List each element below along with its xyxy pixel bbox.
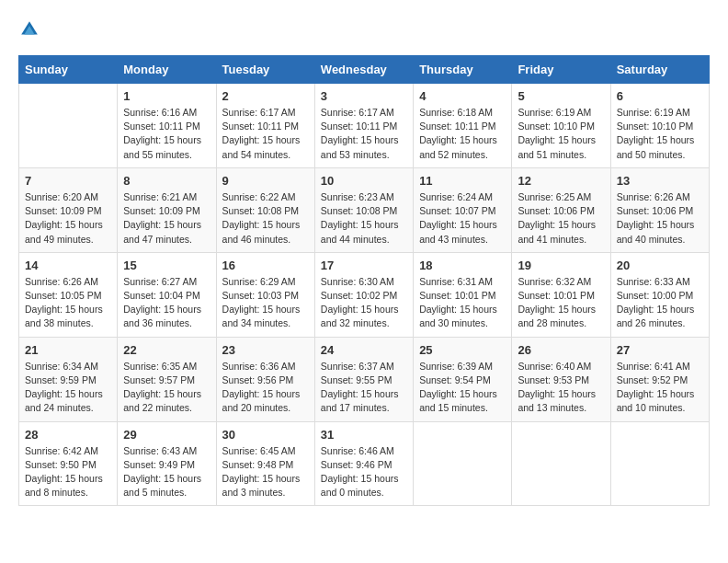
day-info: Sunrise: 6:21 AM Sunset: 10:09 PM Daylig…	[123, 190, 210, 247]
day-number: 18	[419, 259, 506, 272]
day-info: Sunrise: 6:18 AM Sunset: 10:11 PM Daylig…	[419, 106, 506, 162]
calendar-week-row: 14Sunrise: 6:26 AM Sunset: 10:05 PM Dayl…	[19, 252, 710, 337]
calendar-cell: 23Sunrise: 6:36 AM Sunset: 9:56 PM Dayli…	[216, 337, 314, 421]
day-info: Sunrise: 6:33 AM Sunset: 10:00 PM Daylig…	[617, 275, 703, 331]
calendar-cell: 21Sunrise: 6:34 AM Sunset: 9:59 PM Dayli…	[19, 337, 118, 421]
day-info: Sunrise: 6:34 AM Sunset: 9:59 PM Dayligh…	[25, 360, 111, 416]
day-number: 17	[321, 259, 407, 272]
day-number: 26	[518, 343, 604, 357]
calendar-cell: 26Sunrise: 6:40 AM Sunset: 9:53 PM Dayli…	[512, 337, 610, 421]
calendar-cell: 2Sunrise: 6:17 AM Sunset: 10:11 PM Dayli…	[216, 84, 314, 168]
calendar-cell: 22Sunrise: 6:35 AM Sunset: 9:57 PM Dayli…	[118, 337, 216, 421]
weekday-header-tuesday: Tuesday	[216, 56, 314, 84]
day-number: 14	[25, 259, 111, 272]
calendar-cell: 9Sunrise: 6:22 AM Sunset: 10:08 PM Dayli…	[216, 167, 314, 252]
calendar-cell: 14Sunrise: 6:26 AM Sunset: 10:05 PM Dayl…	[19, 252, 118, 337]
day-number: 19	[518, 259, 604, 272]
calendar-cell: 31Sunrise: 6:46 AM Sunset: 9:46 PM Dayli…	[314, 421, 413, 506]
logo-icon	[18, 18, 40, 40]
day-info: Sunrise: 6:36 AM Sunset: 9:56 PM Dayligh…	[222, 360, 309, 416]
day-number: 6	[617, 89, 703, 103]
day-info: Sunrise: 6:35 AM Sunset: 9:57 PM Dayligh…	[123, 360, 210, 416]
day-info: Sunrise: 6:17 AM Sunset: 10:11 PM Daylig…	[222, 106, 309, 162]
day-info: Sunrise: 6:27 AM Sunset: 10:04 PM Daylig…	[123, 275, 210, 331]
day-number: 23	[222, 343, 309, 357]
calendar-cell: 7Sunrise: 6:20 AM Sunset: 10:09 PM Dayli…	[19, 167, 118, 252]
day-info: Sunrise: 6:19 AM Sunset: 10:10 PM Daylig…	[518, 106, 604, 162]
day-number: 5	[518, 89, 604, 103]
calendar-week-row: 28Sunrise: 6:42 AM Sunset: 9:50 PM Dayli…	[19, 421, 710, 506]
weekday-header-saturday: Saturday	[610, 56, 709, 84]
calendar-week-row: 7Sunrise: 6:20 AM Sunset: 10:09 PM Dayli…	[19, 167, 710, 252]
day-info: Sunrise: 6:30 AM Sunset: 10:02 PM Daylig…	[321, 275, 407, 331]
day-number: 8	[123, 174, 210, 188]
calendar-cell: 3Sunrise: 6:17 AM Sunset: 10:11 PM Dayli…	[314, 84, 413, 168]
day-info: Sunrise: 6:22 AM Sunset: 10:08 PM Daylig…	[222, 190, 309, 247]
calendar-cell	[19, 84, 118, 168]
calendar-cell: 1Sunrise: 6:16 AM Sunset: 10:11 PM Dayli…	[118, 84, 216, 168]
calendar-cell: 12Sunrise: 6:25 AM Sunset: 10:06 PM Dayl…	[512, 167, 610, 252]
calendar-cell: 17Sunrise: 6:30 AM Sunset: 10:02 PM Dayl…	[314, 252, 413, 337]
calendar-table: SundayMondayTuesdayWednesdayThursdayFrid…	[18, 55, 710, 506]
day-number: 27	[617, 343, 703, 357]
day-number: 2	[222, 89, 309, 103]
calendar-cell: 27Sunrise: 6:41 AM Sunset: 9:52 PM Dayli…	[610, 337, 709, 421]
calendar-cell	[512, 421, 610, 506]
day-number: 15	[123, 259, 210, 272]
day-info: Sunrise: 6:26 AM Sunset: 10:06 PM Daylig…	[617, 190, 703, 247]
weekday-header-friday: Friday	[512, 56, 610, 84]
day-info: Sunrise: 6:46 AM Sunset: 9:46 PM Dayligh…	[321, 444, 407, 500]
day-number: 12	[518, 174, 604, 188]
weekday-header-thursday: Thursday	[414, 56, 512, 84]
weekday-header-wednesday: Wednesday	[314, 56, 413, 84]
weekday-header-monday: Monday	[118, 56, 216, 84]
day-info: Sunrise: 6:43 AM Sunset: 9:49 PM Dayligh…	[123, 444, 210, 500]
weekday-header-row: SundayMondayTuesdayWednesdayThursdayFrid…	[19, 56, 710, 84]
calendar-week-row: 1Sunrise: 6:16 AM Sunset: 10:11 PM Dayli…	[19, 84, 710, 168]
day-number: 24	[321, 343, 407, 357]
calendar-cell: 6Sunrise: 6:19 AM Sunset: 10:10 PM Dayli…	[610, 84, 709, 168]
day-info: Sunrise: 6:42 AM Sunset: 9:50 PM Dayligh…	[25, 444, 111, 500]
calendar-cell: 25Sunrise: 6:39 AM Sunset: 9:54 PM Dayli…	[414, 337, 512, 421]
day-number: 29	[123, 428, 210, 442]
day-number: 11	[419, 174, 506, 188]
calendar-week-row: 21Sunrise: 6:34 AM Sunset: 9:59 PM Dayli…	[19, 337, 710, 421]
calendar-cell: 13Sunrise: 6:26 AM Sunset: 10:06 PM Dayl…	[610, 167, 709, 252]
logo	[18, 18, 44, 40]
calendar-cell: 30Sunrise: 6:45 AM Sunset: 9:48 PM Dayli…	[216, 421, 314, 506]
day-number: 9	[222, 174, 309, 188]
day-info: Sunrise: 6:24 AM Sunset: 10:07 PM Daylig…	[419, 190, 506, 247]
day-number: 31	[321, 428, 407, 442]
calendar-cell: 4Sunrise: 6:18 AM Sunset: 10:11 PM Dayli…	[414, 84, 512, 168]
day-number: 25	[419, 343, 506, 357]
calendar-cell: 16Sunrise: 6:29 AM Sunset: 10:03 PM Dayl…	[216, 252, 314, 337]
day-info: Sunrise: 6:45 AM Sunset: 9:48 PM Dayligh…	[222, 444, 309, 500]
day-number: 1	[123, 89, 210, 103]
calendar-cell: 15Sunrise: 6:27 AM Sunset: 10:04 PM Dayl…	[118, 252, 216, 337]
day-number: 10	[321, 174, 407, 188]
day-info: Sunrise: 6:31 AM Sunset: 10:01 PM Daylig…	[419, 275, 506, 331]
day-number: 20	[617, 259, 703, 272]
calendar-cell: 29Sunrise: 6:43 AM Sunset: 9:49 PM Dayli…	[118, 421, 216, 506]
calendar-cell: 28Sunrise: 6:42 AM Sunset: 9:50 PM Dayli…	[19, 421, 118, 506]
calendar-cell	[414, 421, 512, 506]
day-info: Sunrise: 6:16 AM Sunset: 10:11 PM Daylig…	[123, 106, 210, 162]
day-info: Sunrise: 6:20 AM Sunset: 10:09 PM Daylig…	[25, 190, 111, 247]
page-header	[18, 18, 710, 40]
day-number: 3	[321, 89, 407, 103]
day-info: Sunrise: 6:19 AM Sunset: 10:10 PM Daylig…	[617, 106, 703, 162]
calendar-cell: 18Sunrise: 6:31 AM Sunset: 10:01 PM Dayl…	[414, 252, 512, 337]
day-info: Sunrise: 6:41 AM Sunset: 9:52 PM Dayligh…	[617, 360, 703, 416]
calendar-cell: 24Sunrise: 6:37 AM Sunset: 9:55 PM Dayli…	[314, 337, 413, 421]
day-number: 13	[617, 174, 703, 188]
calendar-cell: 20Sunrise: 6:33 AM Sunset: 10:00 PM Dayl…	[610, 252, 709, 337]
day-info: Sunrise: 6:23 AM Sunset: 10:08 PM Daylig…	[321, 190, 407, 247]
calendar-cell: 11Sunrise: 6:24 AM Sunset: 10:07 PM Dayl…	[414, 167, 512, 252]
day-info: Sunrise: 6:37 AM Sunset: 9:55 PM Dayligh…	[321, 360, 407, 416]
day-number: 16	[222, 259, 309, 272]
day-number: 28	[25, 428, 111, 442]
day-info: Sunrise: 6:25 AM Sunset: 10:06 PM Daylig…	[518, 190, 604, 247]
day-info: Sunrise: 6:26 AM Sunset: 10:05 PM Daylig…	[25, 275, 111, 331]
day-number: 30	[222, 428, 309, 442]
calendar-cell: 5Sunrise: 6:19 AM Sunset: 10:10 PM Dayli…	[512, 84, 610, 168]
